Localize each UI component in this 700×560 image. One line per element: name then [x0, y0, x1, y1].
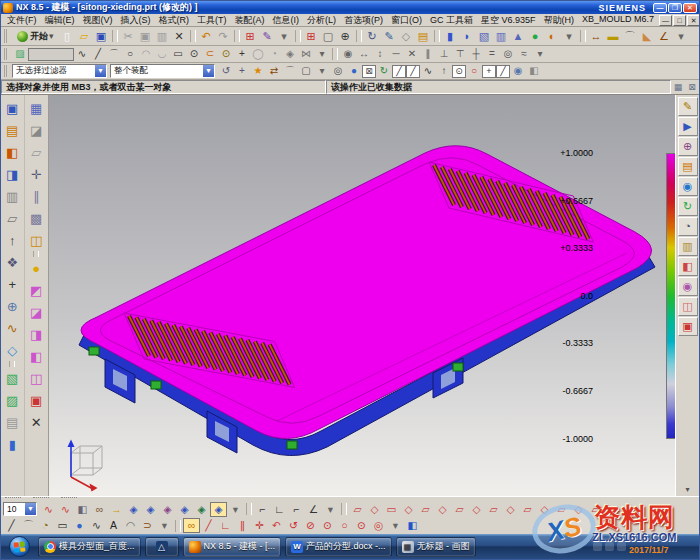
internet-icon[interactable]: ◉ — [678, 177, 698, 196]
chain-icon[interactable]: ∞ — [91, 502, 108, 517]
pencil-link-icon[interactable]: ✎ — [259, 29, 276, 44]
orient-view-icon[interactable]: ↻ — [364, 29, 381, 44]
delete-icon[interactable]: ✕ — [171, 29, 188, 44]
mold-split2-icon[interactable]: ◈ — [142, 502, 159, 517]
menu-item[interactable]: 帮助(H) — [540, 14, 579, 27]
selection-filter-combo[interactable]: 无选择过滤器 ▼ — [12, 64, 107, 78]
view-rect-icon[interactable]: ▢ — [320, 29, 337, 44]
sketch-env-icon[interactable]: ▨ — [12, 47, 28, 61]
twist-icon[interactable]: ∿ — [40, 502, 57, 517]
gate-icon[interactable]: ◇ — [434, 502, 451, 517]
snap-line2-icon[interactable]: ╱ — [406, 65, 420, 78]
overflow-icon[interactable]: ▾ — [156, 518, 173, 533]
assembly-navigator-icon[interactable]: ▶ — [678, 117, 698, 136]
arrow-up-icon[interactable]: ↑ — [2, 229, 22, 251]
reuse-library-icon[interactable]: ↻ — [678, 197, 698, 216]
window-layout-icon[interactable]: ⊞ — [242, 29, 259, 44]
sketch-name-box[interactable] — [28, 48, 74, 61]
refresh-icon[interactable]: ↻ — [376, 64, 392, 78]
star-menu-icon[interactable]: ★ — [250, 64, 266, 78]
overflow-icon[interactable]: ▾ — [387, 518, 404, 533]
menu-item[interactable]: 装配(A) — [231, 14, 269, 27]
ellipse-icon[interactable]: ◯ — [250, 47, 266, 61]
arc-upper-icon[interactable]: ◠ — [138, 47, 154, 61]
line-icon[interactable]: ╱ — [3, 518, 20, 533]
snap-plus-icon[interactable]: + — [482, 65, 496, 78]
sheet-icon[interactable]: ▱ — [26, 141, 46, 163]
cone-icon[interactable]: ▲ — [510, 29, 527, 44]
constraint-concentric-icon[interactable]: ◎ — [500, 47, 516, 61]
wave-link-icon[interactable]: ∞ — [183, 518, 200, 533]
mold-red-icon[interactable]: ▣ — [26, 389, 46, 411]
close-prompt-icon[interactable]: ⊠ — [685, 82, 699, 92]
pattern-icon[interactable]: ◈ — [282, 47, 298, 61]
mold-tool2-icon[interactable]: ▱ — [519, 502, 536, 517]
wireframe-view-icon[interactable]: ⊠ — [362, 65, 376, 78]
part-navigator-icon[interactable]: ▤ — [678, 157, 698, 176]
cloud-icon[interactable]: ◠ — [122, 518, 139, 533]
paste-icon[interactable]: ▥ — [154, 29, 171, 44]
orbit-icon[interactable]: ↺ — [218, 64, 234, 78]
mdi-restore-button[interactable]: □ — [673, 15, 686, 26]
offset-red-icon[interactable]: ⊘ — [302, 518, 319, 533]
pocket-icon[interactable]: ▱ — [485, 502, 502, 517]
constraint-delete-icon[interactable]: ✕ — [404, 47, 420, 61]
mold-trim-icon[interactable]: ◨ — [26, 323, 46, 345]
point-red-icon[interactable]: ⊙ — [319, 518, 336, 533]
delete-x-icon[interactable]: ✕ — [26, 411, 46, 433]
globe-icon[interactable]: ◉ — [510, 64, 526, 78]
fillet-icon[interactable]: ⊂ — [202, 47, 218, 61]
box-open-icon[interactable]: ◫ — [26, 229, 46, 251]
cooling-icon[interactable]: ◇ — [468, 502, 485, 517]
twist2-icon[interactable]: ∿ — [57, 502, 74, 517]
toolbar-grip[interactable] — [4, 48, 9, 61]
role-icon[interactable]: ✎ — [678, 97, 698, 116]
lasso-icon[interactable]: ▢ — [298, 64, 314, 78]
cylinder-blue-icon[interactable]: ▮ — [2, 433, 22, 455]
save-icon[interactable]: ▣ — [93, 29, 110, 44]
unite-icon[interactable]: ◐ — [544, 29, 561, 44]
menu-item[interactable]: 信息(I) — [269, 14, 304, 27]
book-icon[interactable]: ▤ — [2, 119, 22, 141]
overflow-icon[interactable]: ▾ — [322, 502, 339, 517]
corner-icon[interactable]: ⌐ — [254, 502, 271, 517]
menu-item[interactable]: 视图(V) — [79, 14, 117, 27]
menu-item[interactable]: GC 工具箱 — [426, 14, 477, 27]
mold-core-icon[interactable]: ◪ — [26, 301, 46, 323]
copy-icon[interactable]: ▣ — [137, 29, 154, 44]
constraint-midpoint-icon[interactable]: ┼ — [468, 47, 484, 61]
taskbar-button-chrome[interactable]: 模具分型面_百度... — [38, 537, 141, 557]
tab-icon[interactable]: ∠ — [305, 502, 322, 517]
constraint-parallel-icon[interactable]: ∥ — [420, 47, 436, 61]
mold-split-icon[interactable]: ◈ — [125, 502, 142, 517]
new-file-icon[interactable]: ▯ — [59, 29, 76, 44]
zoom-icon[interactable]: ⊕ — [337, 29, 354, 44]
resource-bar-more-icon[interactable]: ▾ — [685, 485, 689, 496]
ejector-icon[interactable]: ◇ — [366, 502, 383, 517]
measure-angle-icon[interactable]: ∠ — [656, 29, 673, 44]
taskbar-button-wps[interactable]: W 产品的分型.docx -... — [285, 537, 392, 557]
constraint-equal-icon[interactable]: = — [484, 47, 500, 61]
undo-curve-icon[interactable]: ↶ — [268, 518, 285, 533]
touch-icon[interactable]: ◫ — [678, 297, 698, 316]
standard-part-icon[interactable]: ◇ — [502, 502, 519, 517]
grid-toggle-icon[interactable]: ▦ — [671, 82, 685, 92]
circle-red3-icon[interactable]: ◎ — [370, 518, 387, 533]
constraint-symmetric-icon[interactable]: ≈ — [516, 47, 532, 61]
rectangle-icon[interactable]: ▭ — [170, 47, 186, 61]
window-red-icon[interactable]: ▣ — [678, 317, 698, 336]
plane-icon[interactable]: ▱ — [2, 207, 22, 229]
cross-red-icon[interactable]: ✛ — [251, 518, 268, 533]
sketch-icon[interactable]: ✎ — [381, 29, 398, 44]
layers-icon[interactable]: ▤ — [415, 29, 432, 44]
mold-tool5-icon[interactable]: ◇ — [570, 502, 587, 517]
curve-tool-icon[interactable]: ∿ — [2, 317, 22, 339]
toolbar-grip[interactable] — [4, 65, 9, 78]
overflow-icon[interactable]: ▾ — [673, 29, 690, 44]
trim-icon[interactable]: ⊃ — [139, 518, 156, 533]
sketch-green-icon[interactable]: ▧ — [2, 367, 22, 389]
circle-red2-icon[interactable]: ⊙ — [353, 518, 370, 533]
flange-icon[interactable]: ⌐ — [288, 502, 305, 517]
loop-icon[interactable]: ↺ — [285, 518, 302, 533]
fit-view-icon[interactable]: ▣ — [2, 97, 22, 119]
